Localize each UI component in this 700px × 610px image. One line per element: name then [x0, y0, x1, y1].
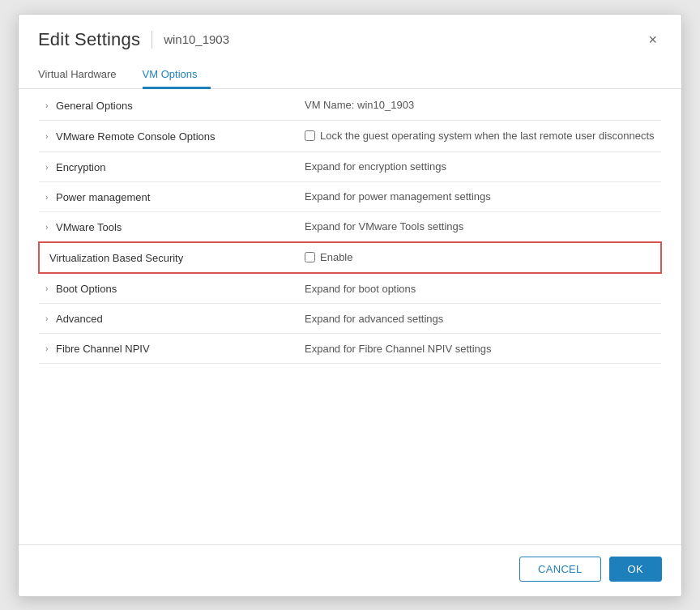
- row-value-boot-options: Expand for boot options: [298, 273, 661, 304]
- row-value-fibre-channel-npiv: Expand for Fibre Channel NPIV settings: [298, 334, 661, 364]
- vmrc-checkbox[interactable]: [305, 130, 315, 141]
- row-value-general-options: VM Name: win10_1903: [298, 91, 661, 121]
- header-separator: [152, 31, 152, 49]
- table-row: › Encryption Expand for encryption setti…: [39, 151, 661, 181]
- settings-table: › General Options VM Name: win10_1903 › …: [38, 91, 662, 365]
- close-button[interactable]: ×: [643, 31, 662, 49]
- row-value-encryption: Expand for encryption settings: [298, 151, 661, 181]
- chevron-icon-fibre-channel-npiv: ›: [45, 344, 48, 353]
- table-row: › Fibre Channel NPIV Expand for Fibre Ch…: [39, 334, 661, 364]
- table-row: › Power management Expand for power mana…: [39, 181, 661, 211]
- chevron-icon-vmware-tools: ›: [45, 223, 48, 232]
- row-label-encryption: › Encryption: [39, 151, 298, 181]
- table-row: › VMware Remote Console Options Lock the…: [39, 120, 661, 151]
- row-value-vmware-tools: Expand for VMware Tools settings: [298, 211, 661, 242]
- table-row-vbs: Virtualization Based Security Enable: [39, 242, 661, 273]
- row-label-vmrc: › VMware Remote Console Options: [39, 120, 298, 151]
- row-value-vmrc: Lock the guest operating system when the…: [298, 120, 661, 151]
- dialog-subtitle: win10_1903: [164, 32, 229, 46]
- row-label-advanced: › Advanced: [39, 304, 298, 334]
- chevron-icon-boot-options: ›: [45, 284, 48, 293]
- dialog-header: Edit Settings win10_1903 ×: [19, 15, 681, 50]
- tab-bar: Virtual Hardware VM Options: [19, 62, 681, 89]
- tab-virtual-hardware[interactable]: Virtual Hardware: [38, 62, 130, 89]
- vbs-enable-checkbox[interactable]: [305, 252, 315, 262]
- row-label-power-management: › Power management: [39, 181, 298, 211]
- chevron-icon-vmrc: ›: [45, 132, 48, 141]
- chevron-icon-advanced: ›: [45, 314, 48, 323]
- ok-button[interactable]: OK: [609, 557, 662, 582]
- cancel-button[interactable]: CANCEL: [519, 557, 601, 582]
- row-value-vbs: Enable: [298, 242, 661, 273]
- table-row: › VMware Tools Expand for VMware Tools s…: [39, 211, 661, 242]
- chevron-icon-encryption: ›: [45, 163, 48, 172]
- chevron-icon-general-options: ›: [45, 101, 48, 110]
- dialog-body: › General Options VM Name: win10_1903 › …: [19, 89, 681, 544]
- edit-settings-dialog: Edit Settings win10_1903 × Virtual Hardw…: [18, 14, 682, 597]
- row-value-power-management: Expand for power management settings: [298, 181, 661, 211]
- row-label-fibre-channel-npiv: › Fibre Channel NPIV: [39, 334, 298, 364]
- chevron-icon-power-management: ›: [45, 193, 48, 202]
- tab-vm-options[interactable]: VM Options: [143, 62, 211, 89]
- row-label-vbs: Virtualization Based Security: [39, 242, 298, 273]
- row-value-advanced: Expand for advanced settings: [298, 304, 661, 334]
- row-label-general-options: › General Options: [39, 91, 298, 121]
- table-row: › General Options VM Name: win10_1903: [39, 91, 661, 121]
- dialog-title: Edit Settings: [38, 29, 140, 50]
- table-row: › Advanced Expand for advanced settings: [39, 304, 661, 334]
- row-label-vmware-tools: › VMware Tools: [39, 211, 298, 242]
- dialog-footer: CANCEL OK: [19, 544, 681, 596]
- row-label-boot-options: › Boot Options: [39, 273, 298, 304]
- table-row: › Boot Options Expand for boot options: [39, 273, 661, 304]
